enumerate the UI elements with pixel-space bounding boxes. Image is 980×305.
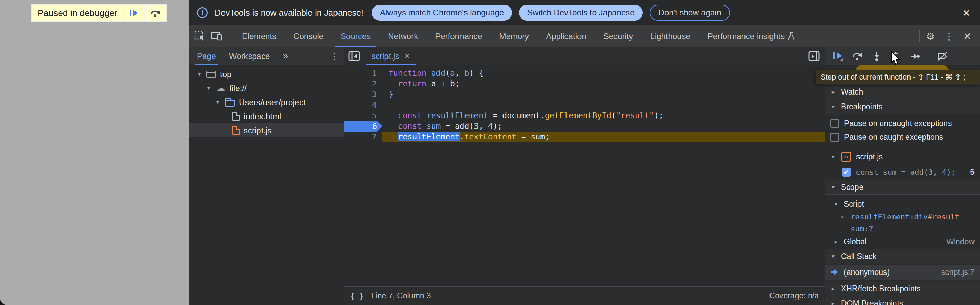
code-token: ) {	[469, 69, 483, 77]
code-line[interactable]: 3}	[344, 89, 825, 100]
tab-performance-insights[interactable]: Performance insights	[699, 26, 803, 47]
dont-show-again-button[interactable]: Don't show again	[650, 5, 730, 21]
code-line-text[interactable]: const resultElement = document.getElemen…	[382, 110, 825, 121]
section-watch[interactable]: ▸ Watch	[825, 84, 980, 99]
line-number[interactable]: 3	[344, 89, 382, 100]
code-token: sum	[426, 122, 441, 131]
section-dom-breakpoints[interactable]: ▸ DOM Breakpoints	[825, 296, 980, 305]
code-line[interactable]: 5 const resultElement = document.getElem…	[344, 110, 825, 121]
code-line[interactable]: 2 return a + b;	[344, 78, 825, 89]
tab-lighthouse[interactable]: Lighthouse	[641, 26, 698, 47]
call-stack-frame-row[interactable]: (anonymous) script.js:7	[825, 265, 980, 279]
code-line-text[interactable]: }	[382, 89, 825, 100]
breakpoint-file-group[interactable]: ▾ ‹› script.js	[825, 149, 980, 164]
section-scope[interactable]: ▾ Scope	[825, 180, 980, 195]
main-tabs: ElementsConsoleSourcesNetworkPerformance…	[234, 26, 803, 47]
pause-caught-exceptions-row[interactable]: Pause on caught exceptions	[825, 130, 980, 144]
tab-network[interactable]: Network	[379, 26, 426, 47]
breakpoint-entry-row[interactable]: ✓ const sum = add(3, 4); 6	[825, 164, 980, 180]
settings-gear-icon[interactable]: ⚙	[923, 29, 938, 44]
section-breakpoints[interactable]: ▾ Breakpoints	[825, 99, 980, 115]
editor-tab-script-js[interactable]: script.js ✕	[364, 47, 417, 65]
infobar-close-icon[interactable]: ✕	[959, 6, 973, 20]
line-number[interactable]: 5	[344, 110, 382, 121]
expand-arrow-icon: ▸	[833, 238, 839, 245]
collapse-arrow-icon: ▾	[830, 184, 836, 191]
breakpoint-marker[interactable]: 6	[344, 121, 382, 132]
code-line[interactable]: 1function add(a, b) {	[344, 68, 825, 78]
step-into-button[interactable]	[871, 51, 882, 62]
tab-page[interactable]: Page	[197, 47, 216, 65]
code-line-text[interactable]: const sum = add(3, 4);	[382, 121, 825, 132]
scope-var-text: resultElement: div#result	[851, 212, 959, 221]
code-token: (	[611, 111, 616, 120]
tab-memory[interactable]: Memory	[491, 26, 538, 47]
tab-security[interactable]: Security	[595, 26, 642, 47]
hide-debugger-sidebar-icon[interactable]	[807, 50, 821, 63]
resume-script-button[interactable]	[833, 51, 844, 62]
always-match-language-button[interactable]: Always match Chrome's language	[372, 5, 512, 21]
devtools-tabbar: ElementsConsoleSourcesNetworkPerformance…	[189, 26, 980, 47]
line-number[interactable]: 1	[344, 68, 382, 78]
code-token: function	[388, 69, 426, 77]
code-token: resultElement	[426, 111, 488, 120]
checkbox-unchecked[interactable]	[830, 133, 839, 142]
tree-item-script-js[interactable]: script.js	[189, 123, 344, 137]
section-call-stack[interactable]: ▾ Call Stack	[825, 249, 980, 264]
expand-arrow-icon: ▾	[196, 70, 202, 78]
tree-item-index-html[interactable]: index.html	[189, 109, 344, 123]
section-xhr-breakpoints[interactable]: ▸ XHR/fetch Breakpoints	[825, 281, 980, 296]
infobar-message: DevTools is now available in Japanese!	[215, 8, 364, 18]
tab-application[interactable]: Application	[538, 26, 595, 47]
switch-to-japanese-button[interactable]: Switch DevTools to Japanese	[519, 5, 643, 21]
editor-tab-close-icon[interactable]: ✕	[404, 52, 410, 61]
pause-uncaught-exceptions-row[interactable]: Pause on uncaught exceptions	[825, 117, 980, 130]
code-line-text[interactable]: function add(a, b) {	[382, 68, 825, 78]
step-over-button[interactable]	[852, 51, 863, 62]
code-line-text[interactable]	[382, 100, 825, 110]
code-line[interactable]: 6 const sum = add(3, 4);	[344, 121, 825, 132]
code-line[interactable]: 7 resultElement.textContent = sum;	[344, 132, 825, 142]
code-line-text[interactable]: return a + b;	[382, 78, 825, 89]
hide-navigator-icon[interactable]	[347, 50, 362, 63]
scope-script-row[interactable]: ▾ Script	[825, 197, 980, 211]
tree-item-top[interactable]: ▾ top	[189, 67, 344, 81]
checkbox-unchecked[interactable]	[830, 119, 839, 128]
kebab-menu-icon[interactable]: ⋮	[941, 29, 957, 44]
tabbar-divider	[228, 30, 228, 43]
tab-workspace[interactable]: Workspace	[229, 47, 270, 65]
overlay-resume-button[interactable]	[123, 5, 144, 21]
navigator-menu-icon[interactable]: ⋮	[329, 51, 339, 62]
device-toolbar-icon[interactable]	[210, 30, 223, 42]
tab-console[interactable]: Console	[285, 26, 332, 47]
tab-label: Memory	[500, 32, 529, 41]
origin-cloud-icon: ☁	[216, 85, 225, 92]
devtools-close-icon[interactable]: ✕	[959, 29, 975, 44]
tab-sources[interactable]: Sources	[332, 26, 379, 47]
code-token	[426, 69, 431, 77]
step-button[interactable]	[910, 51, 920, 62]
pretty-print-icon[interactable]: { }	[350, 292, 364, 300]
deactivate-breakpoints-button[interactable]	[937, 51, 948, 62]
script-file-icon: ‹›	[841, 152, 851, 162]
code-line[interactable]: 4	[344, 100, 825, 110]
scope-global-row[interactable]: ▸ Global Window	[825, 235, 980, 249]
code-line-text[interactable]: resultElement.textContent = sum;	[382, 132, 825, 142]
overlay-step-over-button[interactable]	[144, 5, 166, 21]
tab-performance[interactable]: Performance	[426, 26, 490, 47]
tree-item-project-folder[interactable]: ▾ Users/user/project	[189, 95, 344, 109]
more-tabs-chevron[interactable]: »	[283, 47, 288, 65]
tabbar-right-divider	[920, 30, 920, 43]
line-number[interactable]: 7	[344, 132, 382, 142]
scope-var-result-element[interactable]: ▸ resultElement: div#result	[825, 211, 980, 223]
line-number[interactable]: 2	[344, 78, 382, 89]
cursor-position: Line 7, Column 3	[371, 291, 431, 300]
tab-elements[interactable]: Elements	[234, 26, 285, 47]
code-editor[interactable]: 1function add(a, b) {2 return a + b;3}45…	[344, 65, 825, 286]
js-file-icon	[232, 126, 240, 135]
checkbox-checked[interactable]: ✓	[842, 168, 851, 177]
tree-item-file-origin[interactable]: ▾ ☁ file://	[189, 81, 344, 95]
line-number[interactable]: 4	[344, 100, 382, 110]
inspect-element-icon[interactable]	[194, 30, 206, 42]
scope-var-sum[interactable]: sum: 7	[825, 223, 980, 235]
